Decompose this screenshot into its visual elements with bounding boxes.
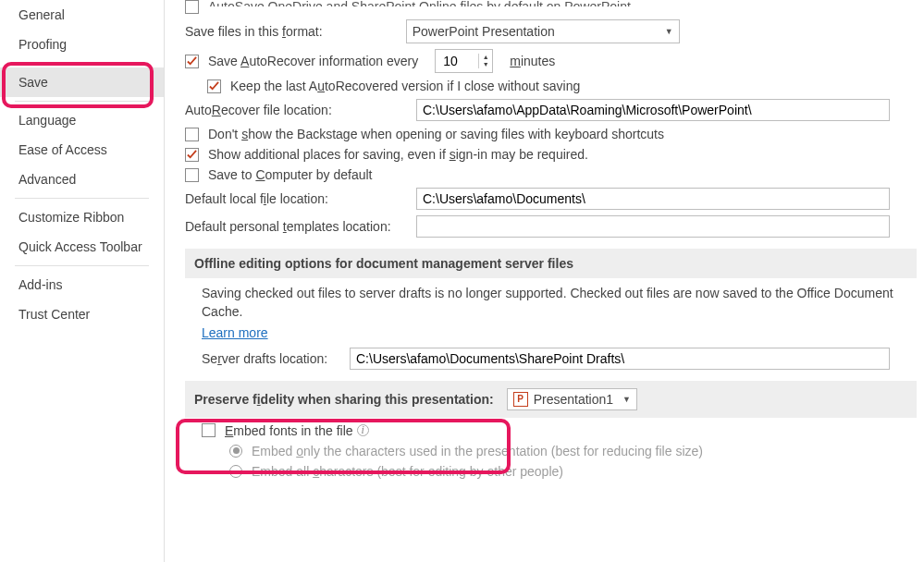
save-format-label: Save files in this format: bbox=[185, 24, 323, 39]
save-to-computer-label: Save to Computer by default bbox=[208, 167, 372, 182]
radio-embed-all bbox=[229, 465, 242, 478]
save-format-dropdown[interactable]: PowerPoint Presentation▼ bbox=[406, 19, 680, 43]
learn-more-link[interactable]: Learn more bbox=[202, 325, 268, 340]
sidebar-divider bbox=[15, 198, 149, 199]
preserve-fidelity-header: Preserve fidelity when sharing this pres… bbox=[185, 381, 917, 418]
default-local-location-label: Default local file location: bbox=[185, 191, 416, 206]
default-templates-location-input[interactable] bbox=[416, 215, 890, 238]
preserve-fidelity-presentation-dropdown[interactable]: P Presentation1 ▼ bbox=[507, 388, 637, 410]
offline-editing-header: Offline editing options for document man… bbox=[185, 249, 917, 278]
sidebar-item-quick-access-toolbar[interactable]: Quick Access Toolbar bbox=[0, 232, 164, 262]
sidebar-item-general[interactable]: General bbox=[0, 0, 164, 30]
checkbox-keep-last-autorecovered[interactable] bbox=[207, 79, 221, 93]
default-templates-location-label: Default personal templates location: bbox=[185, 219, 416, 234]
sidebar-item-language[interactable]: Language bbox=[0, 105, 164, 135]
sidebar-divider bbox=[15, 63, 149, 64]
checkbox-autorecover-every[interactable] bbox=[185, 55, 199, 68]
autosave-cloud-label: AutoSave OneDrive and SharePoint Online … bbox=[208, 0, 631, 6]
offline-editing-description: Saving checked out files to server draft… bbox=[185, 284, 917, 322]
sidebar-item-trust-center[interactable]: Trust Center bbox=[0, 299, 164, 329]
embed-all-label: Embed all characters (best for editing b… bbox=[252, 464, 563, 479]
radio-embed-only-used bbox=[229, 445, 242, 458]
embed-fonts-label: Embed fonts in the file bbox=[225, 423, 353, 438]
checkbox-show-additional-places[interactable] bbox=[185, 148, 199, 162]
checkbox-save-to-computer[interactable] bbox=[185, 168, 199, 182]
sidebar-item-ease-of-access[interactable]: Ease of Access bbox=[0, 135, 164, 165]
keep-last-autorecovered-label: Keep the last AutoRecovered version if I… bbox=[230, 79, 580, 93]
sidebar-item-add-ins[interactable]: Add-ins bbox=[0, 270, 164, 299]
sidebar-item-proofing[interactable]: Proofing bbox=[0, 30, 164, 59]
sidebar-item-customize-ribbon[interactable]: Customize Ribbon bbox=[0, 202, 164, 232]
minutes-label: minutes bbox=[510, 54, 555, 68]
powerpoint-file-icon: P bbox=[513, 392, 528, 407]
options-content-save: AutoSave OneDrive and SharePoint Online … bbox=[165, 0, 924, 562]
server-drafts-location-input[interactable] bbox=[350, 348, 890, 370]
spinner-arrows[interactable]: ▲▼ bbox=[478, 54, 492, 68]
sidebar-item-advanced[interactable]: Advanced bbox=[0, 165, 164, 194]
show-additional-places-label: Show additional places for saving, even … bbox=[208, 147, 588, 162]
sidebar-divider bbox=[15, 101, 149, 102]
info-icon: i bbox=[357, 424, 369, 436]
embed-only-used-label: Embed only the characters used in the pr… bbox=[252, 444, 703, 458]
options-sidebar: General Proofing Save Language Ease of A… bbox=[0, 0, 165, 562]
options-dialog: General Proofing Save Language Ease of A… bbox=[0, 0, 924, 562]
checkbox-dont-show-backstage[interactable] bbox=[185, 128, 199, 141]
autorecover-location-input[interactable] bbox=[416, 99, 890, 121]
chevron-down-icon: ▼ bbox=[665, 27, 673, 36]
chevron-down-icon: ▼ bbox=[622, 395, 631, 404]
sidebar-item-save[interactable]: Save bbox=[0, 67, 164, 97]
autorecover-every-label: Save AutoRecover information every bbox=[208, 54, 418, 68]
dont-show-backstage-label: Don't show the Backstage when opening or… bbox=[208, 127, 664, 141]
server-drafts-location-label: Server drafts location: bbox=[202, 351, 350, 366]
checkbox-autosave-cloud[interactable] bbox=[185, 0, 199, 14]
default-local-location-input[interactable] bbox=[416, 188, 890, 210]
sidebar-divider bbox=[15, 265, 149, 266]
autorecover-location-label: AutoRecover file location: bbox=[185, 103, 416, 117]
autorecover-minutes-input[interactable] bbox=[436, 53, 478, 69]
checkbox-embed-fonts[interactable] bbox=[202, 423, 216, 437]
autorecover-minutes-spinner[interactable]: ▲▼ bbox=[435, 49, 493, 73]
